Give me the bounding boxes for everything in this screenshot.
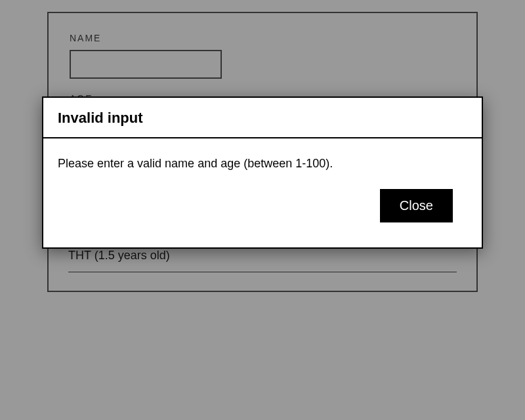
modal-header: Invalid input: [43, 98, 482, 138]
modal-body: Please enter a valid name and age (betwe…: [43, 138, 482, 247]
modal-message: Please enter a valid name and age (betwe…: [58, 157, 467, 171]
close-button[interactable]: Close: [380, 189, 453, 222]
modal-title: Invalid input: [58, 110, 467, 127]
error-modal: Invalid input Please enter a valid name …: [42, 96, 483, 249]
modal-actions: Close: [58, 189, 467, 234]
